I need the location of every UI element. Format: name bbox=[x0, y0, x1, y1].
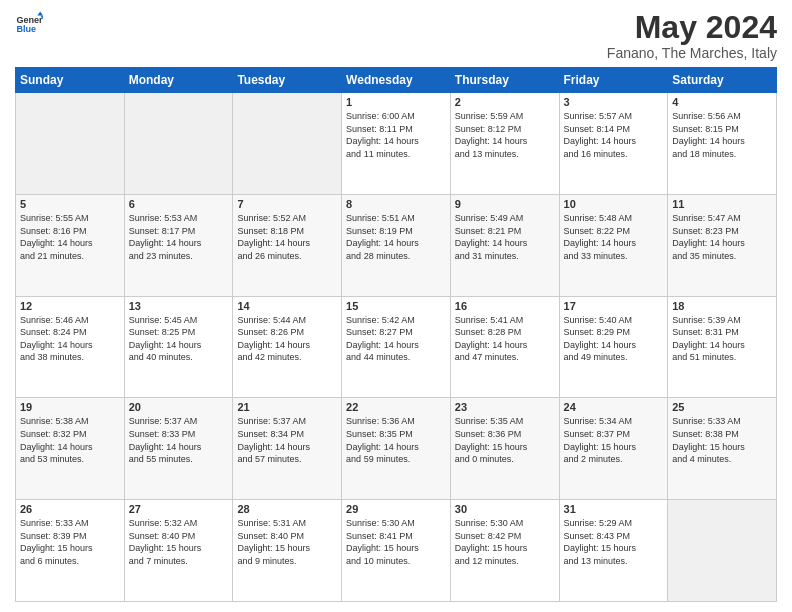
day-info: Sunrise: 5:35 AM Sunset: 8:36 PM Dayligh… bbox=[455, 415, 555, 465]
day-info: Sunrise: 5:56 AM Sunset: 8:15 PM Dayligh… bbox=[672, 110, 772, 160]
day-info: Sunrise: 5:37 AM Sunset: 8:34 PM Dayligh… bbox=[237, 415, 337, 465]
calendar-cell: 14Sunrise: 5:44 AM Sunset: 8:26 PM Dayli… bbox=[233, 296, 342, 398]
calendar-cell bbox=[16, 93, 125, 195]
calendar-cell: 20Sunrise: 5:37 AM Sunset: 8:33 PM Dayli… bbox=[124, 398, 233, 500]
calendar-cell: 29Sunrise: 5:30 AM Sunset: 8:41 PM Dayli… bbox=[342, 500, 451, 602]
calendar-cell: 7Sunrise: 5:52 AM Sunset: 8:18 PM Daylig… bbox=[233, 194, 342, 296]
header-wednesday: Wednesday bbox=[342, 68, 451, 93]
calendar-cell: 23Sunrise: 5:35 AM Sunset: 8:36 PM Dayli… bbox=[450, 398, 559, 500]
calendar-cell: 24Sunrise: 5:34 AM Sunset: 8:37 PM Dayli… bbox=[559, 398, 668, 500]
logo-icon: General Blue bbox=[15, 10, 43, 38]
header-friday: Friday bbox=[559, 68, 668, 93]
calendar-cell: 12Sunrise: 5:46 AM Sunset: 8:24 PM Dayli… bbox=[16, 296, 125, 398]
day-info: Sunrise: 5:53 AM Sunset: 8:17 PM Dayligh… bbox=[129, 212, 229, 262]
header-tuesday: Tuesday bbox=[233, 68, 342, 93]
day-number: 23 bbox=[455, 401, 555, 413]
day-info: Sunrise: 5:55 AM Sunset: 8:16 PM Dayligh… bbox=[20, 212, 120, 262]
day-number: 28 bbox=[237, 503, 337, 515]
day-number: 24 bbox=[564, 401, 664, 413]
day-info: Sunrise: 5:44 AM Sunset: 8:26 PM Dayligh… bbox=[237, 314, 337, 364]
svg-marker-2 bbox=[37, 11, 43, 15]
day-number: 4 bbox=[672, 96, 772, 108]
day-number: 27 bbox=[129, 503, 229, 515]
calendar-cell: 3Sunrise: 5:57 AM Sunset: 8:14 PM Daylig… bbox=[559, 93, 668, 195]
day-number: 29 bbox=[346, 503, 446, 515]
calendar-cell: 19Sunrise: 5:38 AM Sunset: 8:32 PM Dayli… bbox=[16, 398, 125, 500]
day-info: Sunrise: 5:30 AM Sunset: 8:42 PM Dayligh… bbox=[455, 517, 555, 567]
day-number: 2 bbox=[455, 96, 555, 108]
day-info: Sunrise: 5:31 AM Sunset: 8:40 PM Dayligh… bbox=[237, 517, 337, 567]
day-number: 10 bbox=[564, 198, 664, 210]
day-number: 9 bbox=[455, 198, 555, 210]
day-info: Sunrise: 5:57 AM Sunset: 8:14 PM Dayligh… bbox=[564, 110, 664, 160]
calendar-cell: 11Sunrise: 5:47 AM Sunset: 8:23 PM Dayli… bbox=[668, 194, 777, 296]
day-number: 30 bbox=[455, 503, 555, 515]
calendar-cell bbox=[124, 93, 233, 195]
day-number: 31 bbox=[564, 503, 664, 515]
calendar-cell: 22Sunrise: 5:36 AM Sunset: 8:35 PM Dayli… bbox=[342, 398, 451, 500]
day-number: 14 bbox=[237, 300, 337, 312]
calendar-cell: 9Sunrise: 5:49 AM Sunset: 8:21 PM Daylig… bbox=[450, 194, 559, 296]
calendar-table: Sunday Monday Tuesday Wednesday Thursday… bbox=[15, 67, 777, 602]
calendar-cell bbox=[233, 93, 342, 195]
day-info: Sunrise: 5:30 AM Sunset: 8:41 PM Dayligh… bbox=[346, 517, 446, 567]
day-info: Sunrise: 5:51 AM Sunset: 8:19 PM Dayligh… bbox=[346, 212, 446, 262]
calendar-week-2: 5Sunrise: 5:55 AM Sunset: 8:16 PM Daylig… bbox=[16, 194, 777, 296]
day-number: 7 bbox=[237, 198, 337, 210]
calendar-cell: 30Sunrise: 5:30 AM Sunset: 8:42 PM Dayli… bbox=[450, 500, 559, 602]
calendar-cell: 18Sunrise: 5:39 AM Sunset: 8:31 PM Dayli… bbox=[668, 296, 777, 398]
calendar-cell: 17Sunrise: 5:40 AM Sunset: 8:29 PM Dayli… bbox=[559, 296, 668, 398]
calendar-week-5: 26Sunrise: 5:33 AM Sunset: 8:39 PM Dayli… bbox=[16, 500, 777, 602]
calendar-cell: 6Sunrise: 5:53 AM Sunset: 8:17 PM Daylig… bbox=[124, 194, 233, 296]
calendar-cell: 13Sunrise: 5:45 AM Sunset: 8:25 PM Dayli… bbox=[124, 296, 233, 398]
day-info: Sunrise: 5:33 AM Sunset: 8:38 PM Dayligh… bbox=[672, 415, 772, 465]
day-info: Sunrise: 5:36 AM Sunset: 8:35 PM Dayligh… bbox=[346, 415, 446, 465]
day-number: 25 bbox=[672, 401, 772, 413]
calendar-cell: 31Sunrise: 5:29 AM Sunset: 8:43 PM Dayli… bbox=[559, 500, 668, 602]
calendar-header-row: Sunday Monday Tuesday Wednesday Thursday… bbox=[16, 68, 777, 93]
header: General Blue May 2024 Fanano, The Marche… bbox=[15, 10, 777, 61]
day-number: 16 bbox=[455, 300, 555, 312]
header-sunday: Sunday bbox=[16, 68, 125, 93]
calendar-cell: 16Sunrise: 5:41 AM Sunset: 8:28 PM Dayli… bbox=[450, 296, 559, 398]
day-info: Sunrise: 5:52 AM Sunset: 8:18 PM Dayligh… bbox=[237, 212, 337, 262]
svg-text:General: General bbox=[16, 15, 43, 25]
calendar-cell: 28Sunrise: 5:31 AM Sunset: 8:40 PM Dayli… bbox=[233, 500, 342, 602]
day-number: 3 bbox=[564, 96, 664, 108]
day-number: 6 bbox=[129, 198, 229, 210]
day-number: 26 bbox=[20, 503, 120, 515]
day-info: Sunrise: 5:46 AM Sunset: 8:24 PM Dayligh… bbox=[20, 314, 120, 364]
day-number: 11 bbox=[672, 198, 772, 210]
day-info: Sunrise: 6:00 AM Sunset: 8:11 PM Dayligh… bbox=[346, 110, 446, 160]
day-info: Sunrise: 5:33 AM Sunset: 8:39 PM Dayligh… bbox=[20, 517, 120, 567]
header-monday: Monday bbox=[124, 68, 233, 93]
calendar-week-4: 19Sunrise: 5:38 AM Sunset: 8:32 PM Dayli… bbox=[16, 398, 777, 500]
day-number: 22 bbox=[346, 401, 446, 413]
day-info: Sunrise: 5:49 AM Sunset: 8:21 PM Dayligh… bbox=[455, 212, 555, 262]
svg-text:Blue: Blue bbox=[16, 24, 36, 34]
day-number: 8 bbox=[346, 198, 446, 210]
day-number: 15 bbox=[346, 300, 446, 312]
day-info: Sunrise: 5:48 AM Sunset: 8:22 PM Dayligh… bbox=[564, 212, 664, 262]
calendar-cell: 4Sunrise: 5:56 AM Sunset: 8:15 PM Daylig… bbox=[668, 93, 777, 195]
calendar-cell: 26Sunrise: 5:33 AM Sunset: 8:39 PM Dayli… bbox=[16, 500, 125, 602]
page: General Blue May 2024 Fanano, The Marche… bbox=[0, 0, 792, 612]
day-info: Sunrise: 5:39 AM Sunset: 8:31 PM Dayligh… bbox=[672, 314, 772, 364]
day-number: 19 bbox=[20, 401, 120, 413]
day-info: Sunrise: 5:32 AM Sunset: 8:40 PM Dayligh… bbox=[129, 517, 229, 567]
day-info: Sunrise: 5:41 AM Sunset: 8:28 PM Dayligh… bbox=[455, 314, 555, 364]
calendar-cell: 27Sunrise: 5:32 AM Sunset: 8:40 PM Dayli… bbox=[124, 500, 233, 602]
calendar-cell: 1Sunrise: 6:00 AM Sunset: 8:11 PM Daylig… bbox=[342, 93, 451, 195]
day-info: Sunrise: 5:29 AM Sunset: 8:43 PM Dayligh… bbox=[564, 517, 664, 567]
day-number: 20 bbox=[129, 401, 229, 413]
day-info: Sunrise: 5:37 AM Sunset: 8:33 PM Dayligh… bbox=[129, 415, 229, 465]
day-number: 18 bbox=[672, 300, 772, 312]
calendar-cell: 21Sunrise: 5:37 AM Sunset: 8:34 PM Dayli… bbox=[233, 398, 342, 500]
calendar-cell bbox=[668, 500, 777, 602]
subtitle: Fanano, The Marches, Italy bbox=[607, 45, 777, 61]
day-info: Sunrise: 5:40 AM Sunset: 8:29 PM Dayligh… bbox=[564, 314, 664, 364]
day-number: 21 bbox=[237, 401, 337, 413]
main-title: May 2024 bbox=[607, 10, 777, 45]
header-thursday: Thursday bbox=[450, 68, 559, 93]
calendar-cell: 10Sunrise: 5:48 AM Sunset: 8:22 PM Dayli… bbox=[559, 194, 668, 296]
